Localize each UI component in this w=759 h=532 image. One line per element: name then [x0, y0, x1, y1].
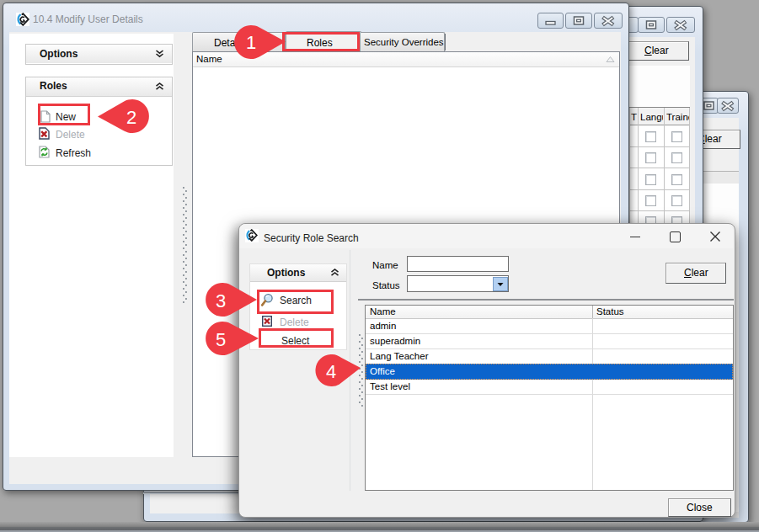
svg-text:5: 5 [216, 329, 226, 350]
svg-text:1: 1 [246, 32, 256, 53]
svg-text:3: 3 [216, 290, 226, 311]
svg-text:4: 4 [326, 361, 336, 382]
svg-text:2: 2 [126, 107, 136, 128]
